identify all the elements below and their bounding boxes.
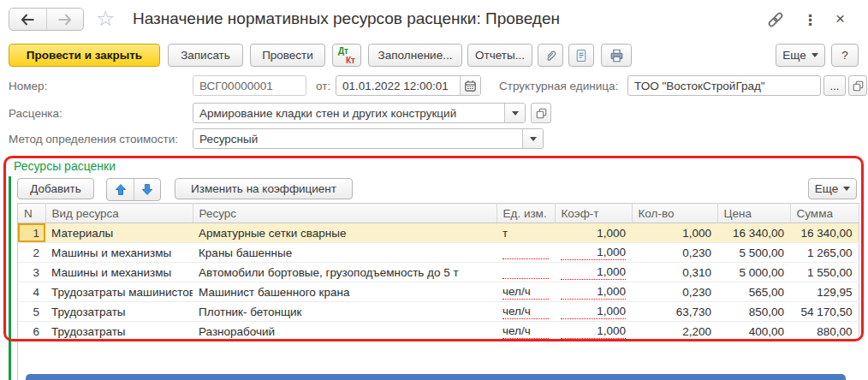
post-button[interactable]: Провести bbox=[250, 44, 325, 67]
column-header-coef[interactable]: Коэф-т bbox=[555, 204, 632, 223]
cell-n[interactable]: 3 bbox=[18, 263, 45, 282]
cell-price[interactable]: 565,00 bbox=[717, 282, 790, 302]
cell-qty[interactable]: 0,230 bbox=[632, 282, 717, 302]
cell-price[interactable]: 850,00 bbox=[717, 302, 790, 322]
cell-coef[interactable]: 1,000 bbox=[555, 263, 632, 282]
date-field[interactable]: 01.01.2022 12:00:01 bbox=[336, 75, 481, 96]
number-field[interactable]: ВСГ00000001 bbox=[193, 75, 306, 96]
structural-unit-value: ТОО "ВостокСтройГрад" bbox=[628, 80, 820, 92]
method-dropdown-button[interactable] bbox=[522, 129, 543, 148]
table-row[interactable]: 5 Трудозатраты Плотник- бетонщик чел/ч 1… bbox=[18, 302, 859, 322]
move-row-down-button[interactable] bbox=[134, 179, 160, 200]
forward-button[interactable] bbox=[46, 9, 84, 30]
help-button[interactable]: ? bbox=[831, 44, 859, 67]
cell-price[interactable]: 5 000,00 bbox=[717, 263, 790, 282]
rate-value: Армирование кладки стен и других констру… bbox=[193, 107, 504, 120]
attachments-button[interactable] bbox=[538, 44, 563, 67]
add-row-button[interactable]: Добавить bbox=[17, 178, 94, 199]
cell-sum[interactable]: 16 340,00 bbox=[790, 223, 859, 243]
change-coefficient-button[interactable]: Изменить на коэффициент bbox=[175, 178, 353, 199]
cell-qty[interactable]: 63,730 bbox=[632, 302, 717, 322]
cell-sum[interactable]: 1 265,00 bbox=[790, 243, 859, 263]
get-link-button[interactable] bbox=[766, 10, 785, 33]
cell-unit[interactable] bbox=[496, 243, 555, 263]
cell-sum[interactable]: 129,95 bbox=[790, 282, 859, 302]
date-value: 01.01.2022 12:00:01 bbox=[336, 80, 460, 92]
group-indicator-line bbox=[9, 176, 11, 380]
toolbar-more-button[interactable]: Еще bbox=[776, 44, 825, 67]
close-icon[interactable]: × bbox=[835, 9, 845, 28]
cell-price[interactable]: 5 500,00 bbox=[717, 243, 790, 263]
report-structure-button[interactable] bbox=[568, 44, 594, 67]
move-row-up-button[interactable] bbox=[107, 179, 134, 200]
window-menu-button[interactable]: ⋮ bbox=[803, 11, 817, 29]
cell-sum[interactable]: 880,00 bbox=[790, 322, 859, 341]
cell-unit[interactable] bbox=[496, 263, 555, 282]
dt-kt-postings-button[interactable]: Дт Кт bbox=[332, 44, 361, 67]
cell-unit[interactable]: чел/ч bbox=[496, 322, 555, 341]
column-header-unit[interactable]: Ед. изм. bbox=[496, 204, 555, 223]
save-button[interactable]: Записать bbox=[168, 44, 243, 67]
cell-n[interactable]: 5 bbox=[18, 302, 45, 322]
fill-button[interactable]: Заполнение... bbox=[368, 44, 462, 67]
cell-resource[interactable]: Плотник- бетонщик bbox=[193, 302, 496, 322]
cell-coef[interactable]: 1,000 bbox=[555, 282, 632, 302]
favorite-star-icon[interactable]: ☆ bbox=[96, 8, 115, 29]
background-window-edge[interactable] bbox=[26, 374, 846, 380]
column-header-kind[interactable]: Вид ресурса bbox=[45, 204, 193, 223]
cell-resource[interactable]: Краны башенные bbox=[193, 243, 496, 263]
cell-price[interactable]: 400,00 bbox=[717, 322, 790, 341]
cell-coef[interactable]: 1,000 bbox=[555, 302, 632, 322]
table-row[interactable]: 1 Материалы Арматурные сетки сварные т 1… bbox=[18, 223, 859, 243]
column-header-qty[interactable]: Кол-во bbox=[632, 204, 717, 223]
cell-n[interactable]: 1 bbox=[18, 223, 45, 243]
cell-unit[interactable]: чел/ч bbox=[496, 282, 555, 302]
cell-qty[interactable]: 2,200 bbox=[632, 322, 717, 341]
column-header-price[interactable]: Цена bbox=[717, 204, 790, 223]
cell-resource[interactable]: Арматурные сетки сварные bbox=[193, 223, 496, 243]
table-row[interactable]: 2 Машины и механизмы Краны башенные 1,00… bbox=[18, 243, 859, 263]
cell-coef[interactable]: 1,000 bbox=[555, 223, 632, 243]
table-more-button[interactable]: Еще bbox=[808, 178, 857, 199]
cell-price[interactable]: 16 340,00 bbox=[717, 223, 790, 243]
rate-combobox[interactable]: Армирование кладки стен и других констру… bbox=[193, 103, 526, 123]
cell-qty[interactable]: 0,310 bbox=[632, 263, 717, 282]
table-row[interactable]: 3 Машины и механизмы Автомобили бортовые… bbox=[18, 263, 859, 282]
rate-open-button[interactable] bbox=[531, 103, 551, 123]
calendar-picker-button[interactable] bbox=[460, 76, 480, 95]
cell-n[interactable]: 4 bbox=[18, 282, 45, 302]
cell-coef[interactable]: 1,000 bbox=[555, 322, 632, 341]
cell-qty[interactable]: 0,230 bbox=[632, 243, 717, 263]
cell-n[interactable]: 6 bbox=[18, 322, 45, 341]
column-header-sum[interactable]: Сумма bbox=[790, 204, 859, 223]
column-header-resource[interactable]: Ресурс bbox=[193, 204, 496, 223]
structural-unit-choose-button[interactable]: ... bbox=[823, 75, 846, 96]
method-combobox[interactable]: Ресурсный bbox=[193, 128, 544, 149]
structural-unit-field[interactable]: ТОО "ВостокСтройГрад" bbox=[627, 75, 821, 96]
cell-kind[interactable]: Материалы bbox=[45, 223, 193, 243]
cell-resource[interactable]: Разнорабочий bbox=[193, 322, 496, 341]
cell-sum[interactable]: 54 170,50 bbox=[790, 302, 859, 322]
cell-kind[interactable]: Машины и механизмы bbox=[45, 263, 193, 282]
reports-button[interactable]: Отчеты... bbox=[467, 44, 532, 67]
cell-kind[interactable]: Трудозатраты машинистов bbox=[45, 282, 193, 302]
table-row[interactable]: 6 Трудозатраты Разнорабочий чел/ч 1,000 … bbox=[18, 322, 859, 341]
column-header-n[interactable]: N bbox=[18, 204, 45, 223]
cell-n[interactable]: 2 bbox=[18, 243, 45, 263]
cell-sum[interactable]: 1 550,00 bbox=[790, 263, 859, 282]
post-and-close-button[interactable]: Провести и закрыть bbox=[9, 44, 160, 67]
cell-unit[interactable]: т bbox=[496, 223, 555, 243]
cell-unit[interactable]: чел/ч bbox=[496, 302, 555, 322]
cell-kind[interactable]: Машины и механизмы bbox=[45, 243, 193, 263]
cell-kind[interactable]: Трудозатраты bbox=[45, 302, 193, 322]
cell-kind[interactable]: Трудозатраты bbox=[45, 322, 193, 341]
print-button[interactable] bbox=[601, 44, 632, 67]
cell-resource[interactable]: Машинист башенного крана bbox=[193, 282, 496, 302]
cell-qty[interactable]: 1,000 bbox=[632, 223, 717, 243]
rate-dropdown-button[interactable] bbox=[504, 104, 525, 122]
cell-coef[interactable]: 1,000 bbox=[555, 243, 632, 263]
back-button[interactable] bbox=[9, 9, 46, 30]
table-row[interactable]: 4 Трудозатраты машинистов Машинист башен… bbox=[18, 282, 859, 302]
structural-unit-open-button[interactable] bbox=[848, 75, 867, 96]
cell-resource[interactable]: Автомобили бортовые, грузоподъемность до… bbox=[193, 263, 496, 282]
